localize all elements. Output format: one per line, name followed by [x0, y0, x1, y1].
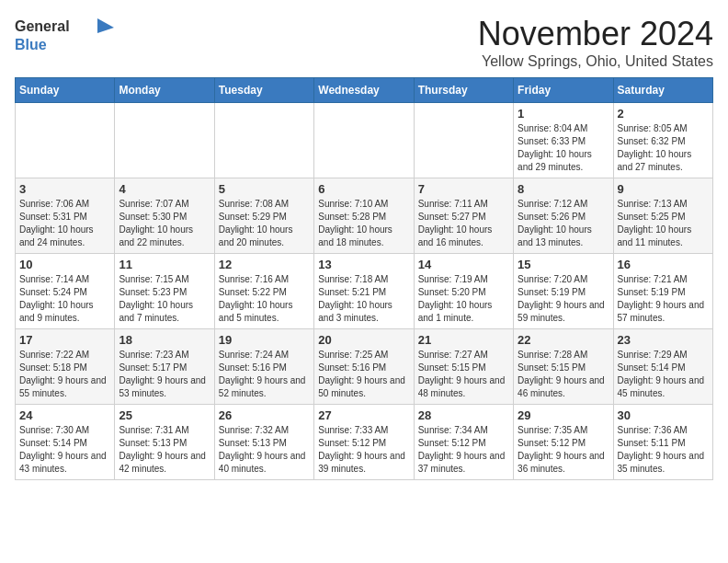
calendar-cell: 14Sunrise: 7:19 AM Sunset: 5:20 PM Dayli…: [414, 254, 513, 329]
day-info: Sunrise: 7:30 AM Sunset: 5:14 PM Dayligh…: [19, 424, 110, 476]
day-info: Sunrise: 8:05 AM Sunset: 6:32 PM Dayligh…: [618, 122, 709, 174]
calendar-cell: 1Sunrise: 8:04 AM Sunset: 6:33 PM Daylig…: [514, 103, 613, 178]
day-info: Sunrise: 7:18 AM Sunset: 5:21 PM Dayligh…: [318, 273, 409, 325]
calendar-cell: 28Sunrise: 7:34 AM Sunset: 5:12 PM Dayli…: [414, 405, 513, 480]
day-number: 7: [418, 182, 509, 196]
calendar-cell: [314, 103, 414, 178]
day-info: Sunrise: 7:13 AM Sunset: 5:25 PM Dayligh…: [618, 198, 709, 249]
day-info: Sunrise: 7:10 AM Sunset: 5:28 PM Dayligh…: [318, 198, 409, 249]
day-number: 24: [19, 408, 110, 422]
calendar-week-2: 10Sunrise: 7:14 AM Sunset: 5:24 PM Dayli…: [16, 254, 713, 329]
calendar-week-4: 24Sunrise: 7:30 AM Sunset: 5:14 PM Dayli…: [16, 405, 713, 480]
day-number: 30: [618, 408, 709, 422]
calendar-cell: 2Sunrise: 8:05 AM Sunset: 6:32 PM Daylig…: [613, 103, 712, 178]
calendar-cell: [16, 103, 115, 178]
calendar-cell: 12Sunrise: 7:16 AM Sunset: 5:22 PM Dayli…: [214, 254, 313, 329]
day-info: Sunrise: 7:11 AM Sunset: 5:27 PM Dayligh…: [418, 198, 509, 249]
day-number: 23: [618, 333, 709, 347]
day-number: 8: [518, 182, 609, 196]
calendar-cell: 30Sunrise: 7:36 AM Sunset: 5:11 PM Dayli…: [613, 405, 712, 480]
day-number: 15: [518, 258, 609, 271]
day-number: 12: [219, 258, 310, 271]
day-number: 1: [518, 107, 609, 121]
day-number: 29: [518, 408, 609, 422]
calendar-week-3: 17Sunrise: 7:22 AM Sunset: 5:18 PM Dayli…: [16, 329, 713, 405]
day-info: Sunrise: 7:06 AM Sunset: 5:31 PM Dayligh…: [19, 198, 110, 249]
day-number: 17: [19, 333, 110, 347]
logo-svg: GeneralBlue: [15, 15, 116, 55]
calendar-cell: 4Sunrise: 7:07 AM Sunset: 5:30 PM Daylig…: [115, 178, 214, 254]
day-number: 11: [119, 258, 210, 271]
day-number: 28: [418, 408, 509, 422]
day-number: 25: [119, 408, 210, 422]
svg-text:Blue: Blue: [15, 37, 47, 52]
day-info: Sunrise: 7:36 AM Sunset: 5:11 PM Dayligh…: [618, 424, 709, 476]
day-number: 22: [518, 333, 609, 347]
calendar-cell: 5Sunrise: 7:08 AM Sunset: 5:29 PM Daylig…: [214, 178, 313, 254]
calendar-week-1: 3Sunrise: 7:06 AM Sunset: 5:31 PM Daylig…: [16, 178, 713, 254]
day-info: Sunrise: 7:29 AM Sunset: 5:14 PM Dayligh…: [618, 349, 709, 400]
day-number: 19: [219, 333, 310, 347]
day-info: Sunrise: 7:20 AM Sunset: 5:19 PM Dayligh…: [518, 273, 609, 325]
day-info: Sunrise: 7:16 AM Sunset: 5:22 PM Dayligh…: [219, 273, 310, 325]
header: GeneralBlue November 2024 Yellow Springs…: [15, 15, 713, 70]
day-info: Sunrise: 7:28 AM Sunset: 5:15 PM Dayligh…: [518, 349, 609, 400]
calendar-cell: 20Sunrise: 7:25 AM Sunset: 5:16 PM Dayli…: [314, 329, 414, 405]
day-number: 14: [418, 258, 509, 271]
calendar-cell: 3Sunrise: 7:06 AM Sunset: 5:31 PM Daylig…: [16, 178, 115, 254]
calendar-cell: 11Sunrise: 7:15 AM Sunset: 5:23 PM Dayli…: [115, 254, 214, 329]
main-title: November 2024: [478, 15, 713, 53]
calendar-cell: 19Sunrise: 7:24 AM Sunset: 5:16 PM Dayli…: [214, 329, 313, 405]
day-info: Sunrise: 7:34 AM Sunset: 5:12 PM Dayligh…: [418, 424, 509, 476]
svg-text:General: General: [15, 18, 70, 34]
calendar-cell: 23Sunrise: 7:29 AM Sunset: 5:14 PM Dayli…: [613, 329, 712, 405]
calendar-cell: 25Sunrise: 7:31 AM Sunset: 5:13 PM Dayli…: [115, 405, 214, 480]
day-number: 3: [19, 182, 110, 196]
header-day-tuesday: Tuesday: [214, 78, 313, 103]
day-info: Sunrise: 7:07 AM Sunset: 5:30 PM Dayligh…: [119, 198, 210, 249]
calendar-cell: 24Sunrise: 7:30 AM Sunset: 5:14 PM Dayli…: [16, 405, 115, 480]
day-number: 5: [219, 182, 310, 196]
day-info: Sunrise: 7:27 AM Sunset: 5:15 PM Dayligh…: [418, 349, 509, 400]
calendar-header: SundayMondayTuesdayWednesdayThursdayFrid…: [16, 78, 713, 103]
calendar-cell: 9Sunrise: 7:13 AM Sunset: 5:25 PM Daylig…: [613, 178, 712, 254]
calendar-cell: 27Sunrise: 7:33 AM Sunset: 5:12 PM Dayli…: [314, 405, 414, 480]
logo: GeneralBlue: [15, 15, 116, 55]
day-info: Sunrise: 7:25 AM Sunset: 5:16 PM Dayligh…: [318, 349, 409, 400]
calendar-cell: [115, 103, 214, 178]
day-info: Sunrise: 7:08 AM Sunset: 5:29 PM Dayligh…: [219, 198, 310, 249]
day-info: Sunrise: 7:19 AM Sunset: 5:20 PM Dayligh…: [418, 273, 509, 325]
calendar-cell: 18Sunrise: 7:23 AM Sunset: 5:17 PM Dayli…: [115, 329, 214, 405]
day-info: Sunrise: 7:24 AM Sunset: 5:16 PM Dayligh…: [219, 349, 310, 400]
day-number: 6: [318, 182, 409, 196]
calendar-cell: 29Sunrise: 7:35 AM Sunset: 5:12 PM Dayli…: [514, 405, 613, 480]
day-number: 21: [418, 333, 509, 347]
day-info: Sunrise: 7:33 AM Sunset: 5:12 PM Dayligh…: [318, 424, 409, 476]
title-area: November 2024 Yellow Springs, Ohio, Unit…: [478, 15, 713, 70]
day-info: Sunrise: 7:21 AM Sunset: 5:19 PM Dayligh…: [618, 273, 709, 325]
header-day-wednesday: Wednesday: [314, 78, 414, 103]
day-number: 2: [618, 107, 709, 121]
day-info: Sunrise: 7:23 AM Sunset: 5:17 PM Dayligh…: [119, 349, 210, 400]
svg-marker-1: [97, 18, 114, 33]
calendar-cell: 10Sunrise: 7:14 AM Sunset: 5:24 PM Dayli…: [16, 254, 115, 329]
day-number: 20: [318, 333, 409, 347]
calendar-cell: 13Sunrise: 7:18 AM Sunset: 5:21 PM Dayli…: [314, 254, 414, 329]
day-number: 18: [119, 333, 210, 347]
day-number: 16: [618, 258, 709, 271]
day-number: 26: [219, 408, 310, 422]
calendar-cell: 26Sunrise: 7:32 AM Sunset: 5:13 PM Dayli…: [214, 405, 313, 480]
calendar-cell: [214, 103, 313, 178]
calendar-cell: 15Sunrise: 7:20 AM Sunset: 5:19 PM Dayli…: [514, 254, 613, 329]
header-day-thursday: Thursday: [414, 78, 513, 103]
day-number: 27: [318, 408, 409, 422]
calendar-cell: 8Sunrise: 7:12 AM Sunset: 5:26 PM Daylig…: [514, 178, 613, 254]
header-row: SundayMondayTuesdayWednesdayThursdayFrid…: [16, 78, 713, 103]
calendar-cell: 21Sunrise: 7:27 AM Sunset: 5:15 PM Dayli…: [414, 329, 513, 405]
day-info: Sunrise: 7:12 AM Sunset: 5:26 PM Dayligh…: [518, 198, 609, 249]
calendar-week-0: 1Sunrise: 8:04 AM Sunset: 6:33 PM Daylig…: [16, 103, 713, 178]
day-number: 4: [119, 182, 210, 196]
day-info: Sunrise: 7:31 AM Sunset: 5:13 PM Dayligh…: [119, 424, 210, 476]
calendar-cell: 22Sunrise: 7:28 AM Sunset: 5:15 PM Dayli…: [514, 329, 613, 405]
calendar-cell: 6Sunrise: 7:10 AM Sunset: 5:28 PM Daylig…: [314, 178, 414, 254]
